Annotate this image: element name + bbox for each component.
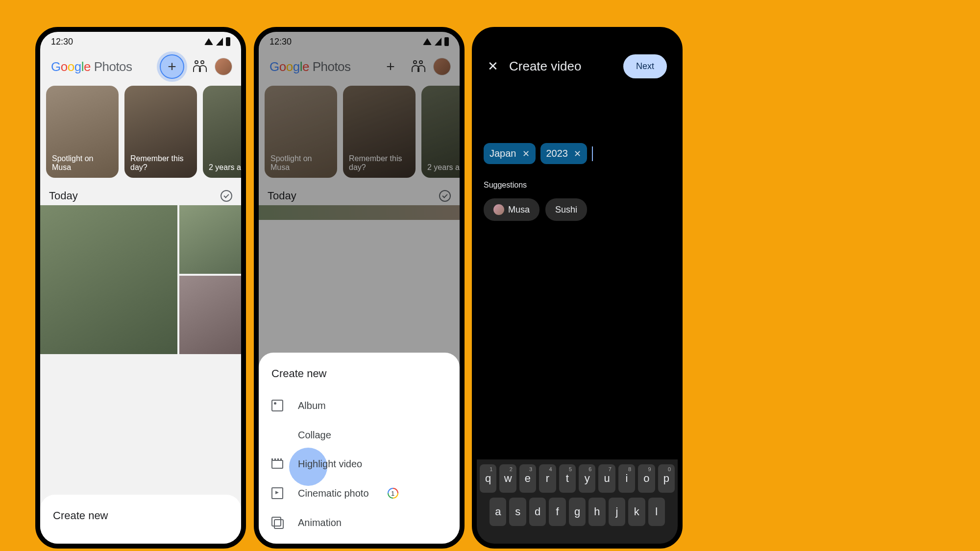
animation-icon xyxy=(271,517,283,528)
phone-2: 12:30 Google Photos + Spotlight on Musa … xyxy=(254,27,465,549)
sheet-title: Create new xyxy=(271,367,447,380)
sharing-icon[interactable] xyxy=(193,61,206,72)
create-sheet-peek[interactable]: Create new xyxy=(40,495,241,544)
photo-thumbnail[interactable] xyxy=(40,205,177,354)
search-chip[interactable]: 2023✕ xyxy=(540,143,588,164)
status-icons xyxy=(204,37,230,46)
face-avatar-icon xyxy=(493,204,504,215)
photo-thumbnail[interactable] xyxy=(179,205,246,274)
create-button[interactable]: + xyxy=(160,54,184,79)
suggestions-row: Musa Sushi xyxy=(477,195,678,224)
chip-remove-icon[interactable]: ✕ xyxy=(522,148,530,159)
key-t[interactable]: t5 xyxy=(559,464,576,493)
key-i[interactable]: i8 xyxy=(618,464,635,493)
sheet-title: Create new xyxy=(53,509,228,522)
text-cursor xyxy=(592,146,593,161)
memory-card[interactable]: Spotlight on Musa xyxy=(46,86,119,178)
key-l[interactable]: l xyxy=(648,498,665,526)
key-q[interactable]: q1 xyxy=(480,464,496,493)
key-d[interactable]: d xyxy=(529,498,546,526)
next-button[interactable]: Next xyxy=(623,54,667,78)
suggestions-heading: Suggestions xyxy=(477,168,678,195)
photo-grid xyxy=(40,205,241,354)
key-j[interactable]: j xyxy=(609,498,625,526)
phone-3: ✕ Create video Next Japan✕ 2023✕ Suggest… xyxy=(472,27,683,549)
key-u[interactable]: u7 xyxy=(598,464,615,493)
search-chip-input[interactable]: Japan✕ 2023✕ xyxy=(477,84,678,168)
signal-icon xyxy=(216,38,223,46)
sheet-item-animation[interactable]: Animation xyxy=(271,508,447,537)
key-e[interactable]: e3 xyxy=(519,464,536,493)
section-header-today: Today xyxy=(40,185,241,205)
movie-icon xyxy=(271,460,283,469)
key-f[interactable]: f xyxy=(549,498,565,526)
memory-card[interactable]: Remember this day? xyxy=(124,86,197,178)
new-badge xyxy=(388,488,398,499)
photos-label: Photos xyxy=(94,59,132,74)
keyboard-row-1: q1w2e3r4t5y6u7i8o9p0 xyxy=(480,464,675,493)
select-all-icon[interactable] xyxy=(220,190,232,202)
chip-remove-icon[interactable]: ✕ xyxy=(574,148,581,159)
create-sheet: Create new Album Collage Highlight video… xyxy=(259,353,460,544)
key-h[interactable]: h xyxy=(588,498,605,526)
album-icon xyxy=(271,400,283,411)
app-header: Google Photos + xyxy=(40,49,241,86)
section-title: Today xyxy=(49,190,78,202)
on-screen-keyboard: q1w2e3r4t5y6u7i8o9p0 asdfghjkl xyxy=(477,459,678,544)
sheet-item-highlight-video[interactable]: Highlight video xyxy=(271,450,447,479)
key-a[interactable]: a xyxy=(490,498,506,526)
search-chip[interactable]: Japan✕ xyxy=(484,143,536,164)
phone-1: 12:30 Google Photos + Spotlight on Musa … xyxy=(35,27,246,549)
memory-card[interactable]: 2 years ago xyxy=(203,86,241,178)
status-bar: 12:30 xyxy=(40,32,241,49)
battery-icon xyxy=(226,37,230,46)
create-video-topbar: ✕ Create video Next xyxy=(477,32,678,84)
status-time: 12:30 xyxy=(51,37,73,47)
key-r[interactable]: r4 xyxy=(539,464,556,493)
key-o[interactable]: o9 xyxy=(638,464,655,493)
suggestion-chip[interactable]: Sushi xyxy=(545,198,587,221)
key-w[interactable]: w2 xyxy=(499,464,516,493)
memories-carousel[interactable]: Spotlight on Musa Remember this day? 2 y… xyxy=(40,86,241,185)
photo-thumbnail[interactable] xyxy=(179,276,246,354)
sheet-item-collage[interactable]: Collage xyxy=(271,420,447,450)
close-icon[interactable]: ✕ xyxy=(488,59,498,74)
google-photos-logo: Google Photos xyxy=(51,59,132,74)
key-k[interactable]: k xyxy=(628,498,645,526)
cinematic-icon xyxy=(271,487,283,499)
key-g[interactable]: g xyxy=(569,498,586,526)
key-y[interactable]: y6 xyxy=(579,464,595,493)
collage-icon xyxy=(271,429,283,441)
account-avatar[interactable] xyxy=(215,58,232,75)
wifi-icon xyxy=(204,38,213,45)
key-s[interactable]: s xyxy=(509,498,526,526)
page-title: Create video xyxy=(509,59,581,74)
suggestion-chip[interactable]: Musa xyxy=(484,198,539,221)
sheet-item-album[interactable]: Album xyxy=(271,391,447,420)
key-p[interactable]: p0 xyxy=(658,464,675,493)
keyboard-row-2: asdfghjkl xyxy=(480,498,675,526)
